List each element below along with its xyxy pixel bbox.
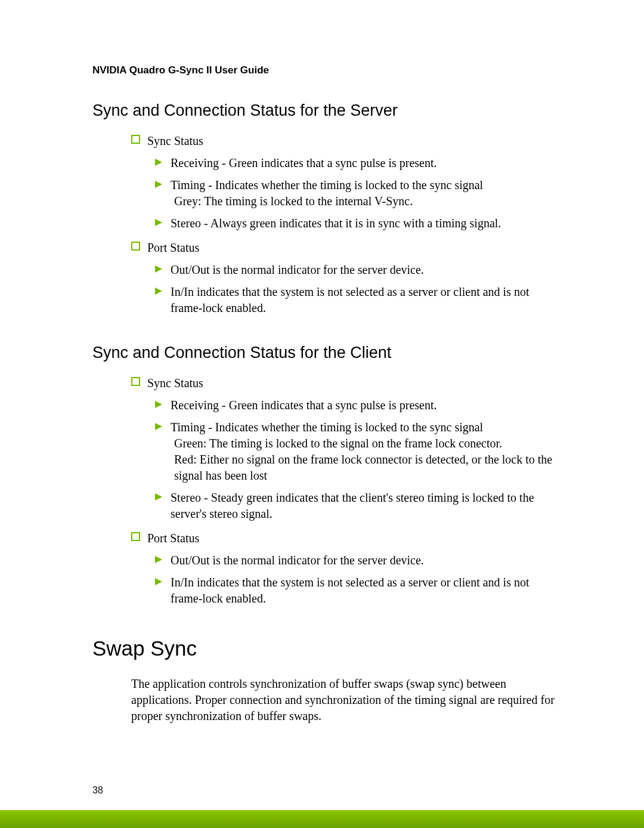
running-header: NVIDIA Quadro G-Sync II User Guide [92, 64, 561, 76]
stereo-text: Stereo - Always green indicates that it … [171, 215, 501, 231]
list-item: Out/Out is the normal indicator for the … [155, 552, 558, 569]
timing-sub2-text: Red: Either no signal on the frame lock … [174, 452, 555, 484]
port-status-label: Port Status [147, 240, 199, 256]
arrow-bullet-icon [155, 219, 162, 226]
arrow-bullet-icon [155, 181, 162, 188]
heading-swap-sync: Swap Sync [92, 637, 561, 660]
arrow-bullet-icon [155, 159, 162, 166]
list-item: Stereo - Steady green indicates that the… [155, 490, 558, 522]
list-item: Receiving - Green indicates that a sync … [155, 155, 558, 171]
list-item: Stereo - Always green indicates that it … [155, 215, 558, 231]
list-item: Receiving - Green indicates that a sync … [155, 397, 558, 413]
list-item: Port Status [131, 240, 561, 256]
page-number: 38 [92, 785, 103, 796]
port-status-label: Port Status [147, 530, 199, 546]
list-item: Out/Out is the normal indicator for the … [155, 262, 558, 278]
arrow-bullet-icon [155, 265, 162, 273]
arrow-bullet-icon [155, 401, 162, 408]
stereo-text: Stereo - Steady green indicates that the… [171, 490, 558, 522]
square-bullet-icon [131, 377, 140, 386]
swap-sync-paragraph: The application controls synchronization… [131, 676, 555, 724]
list-item: Timing - Indicates whether the timing is… [155, 177, 558, 193]
receiving-text: Receiving - Green indicates that a sync … [171, 397, 437, 413]
port-in-text: In/In indicates that the system is not s… [171, 284, 558, 316]
heading-server: Sync and Connection Status for the Serve… [92, 101, 561, 120]
arrow-bullet-icon [155, 493, 162, 500]
server-sync-status-block: Sync Status Receiving - Green indicates … [131, 133, 561, 316]
square-bullet-icon [131, 532, 140, 541]
list-item: Timing - Indicates whether the timing is… [155, 419, 558, 435]
port-in-text: In/In indicates that the system is not s… [171, 574, 558, 607]
arrow-bullet-icon [155, 578, 162, 585]
sync-status-label: Sync Status [147, 133, 203, 149]
timing-sub-text: Grey: The timing is locked to the intern… [174, 193, 555, 209]
client-sync-status-block: Sync Status Receiving - Green indicates … [131, 375, 561, 607]
arrow-bullet-icon [155, 423, 162, 430]
timing-sub1-text: Green: The timing is locked to the signa… [174, 435, 555, 452]
list-item: In/In indicates that the system is not s… [155, 284, 558, 316]
sync-status-label: Sync Status [147, 375, 203, 391]
port-out-text: Out/Out is the normal indicator for the … [171, 552, 424, 569]
arrow-bullet-icon [155, 288, 162, 295]
list-item: Sync Status [131, 133, 561, 149]
square-bullet-icon [131, 242, 140, 251]
timing-text: Timing - Indicates whether the timing is… [171, 177, 483, 193]
square-bullet-icon [131, 135, 140, 144]
footer-bar [0, 810, 644, 828]
list-item: Port Status [131, 530, 561, 546]
list-item: Sync Status [131, 375, 561, 391]
arrow-bullet-icon [155, 556, 162, 563]
port-out-text: Out/Out is the normal indicator for the … [171, 262, 424, 278]
receiving-text: Receiving - Green indicates that a sync … [171, 155, 437, 171]
list-item: In/In indicates that the system is not s… [155, 574, 558, 607]
timing-text: Timing - Indicates whether the timing is… [171, 419, 483, 435]
page-content: NVIDIA Quadro G-Sync II User Guide Sync … [0, 0, 644, 724]
heading-client: Sync and Connection Status for the Clien… [92, 344, 561, 362]
